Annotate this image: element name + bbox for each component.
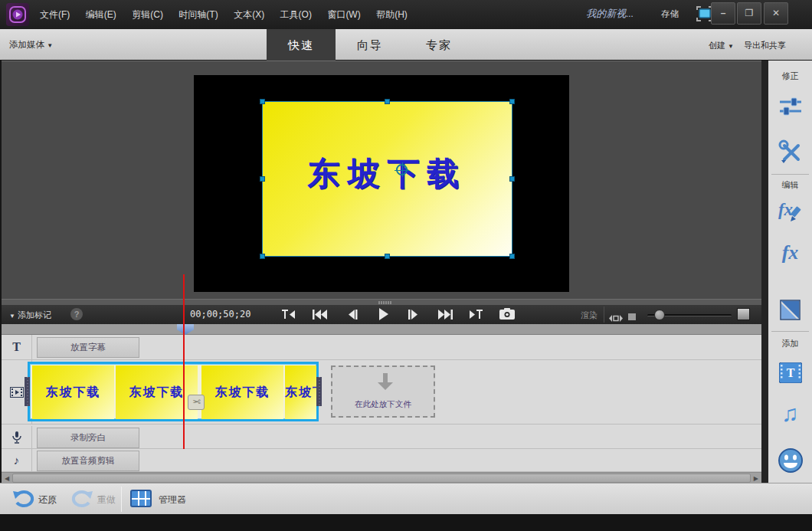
menu-edit[interactable]: 编辑(E) — [80, 0, 123, 29]
clip-thumbnail: 东坡下载 — [116, 365, 198, 419]
add-marker-button[interactable]: ▼ 添加标记 — [9, 310, 51, 321]
organizer-label[interactable]: 管理器 — [159, 493, 186, 506]
graphics-smiley-icon[interactable] — [768, 447, 812, 474]
clip-thumbnail: 东坡下载 — [32, 365, 114, 419]
menu-timeline[interactable]: 时间轴(T) — [172, 0, 224, 29]
menu-text[interactable]: 文本(X) — [228, 0, 270, 29]
close-button[interactable]: ✕ — [764, 2, 788, 25]
split-clip-scissors-icon[interactable]: ✂ — [188, 395, 205, 410]
zoom-fit-icon[interactable] — [609, 311, 623, 325]
add-media-button[interactable]: 添加媒体 ▼ — [9, 39, 53, 51]
maximize-button[interactable]: ❐ — [737, 2, 761, 25]
anchor-crosshair-icon[interactable] — [396, 164, 408, 175]
fx-icon[interactable]: fx — [768, 241, 812, 264]
panel-splitter[interactable] — [2, 299, 761, 305]
resize-handle-nw[interactable] — [260, 99, 265, 104]
adjust-sliders-icon[interactable] — [768, 96, 812, 117]
scroll-right-icon[interactable]: ▶ — [754, 475, 758, 482]
redo-icon[interactable] — [70, 490, 93, 512]
marker-dropdown-icon: ▼ — [9, 313, 15, 320]
footer-bar: 还原 重做 管理器 — [0, 483, 812, 514]
menu-help[interactable]: 帮助(H) — [370, 0, 414, 29]
resize-handle-e[interactable] — [509, 176, 515, 182]
tab-quick[interactable]: 快速 — [267, 29, 336, 61]
place-audio-button[interactable]: 放置音频剪辑 — [37, 451, 139, 471]
play-button[interactable] — [378, 308, 388, 323]
selected-video-clip[interactable]: 东坡下载 东坡下载 东坡下载 东坡下载 ✂ — [28, 362, 319, 421]
resize-handle-sw[interactable] — [260, 254, 265, 259]
chevron-down-icon: ▼ — [47, 42, 53, 49]
panel-divider — [761, 61, 768, 483]
help-icon[interactable]: ? — [70, 308, 83, 320]
undo-label[interactable]: 还原 — [38, 493, 57, 506]
clip-thumbnail: 东坡下载 — [285, 365, 316, 419]
step-forward-button[interactable] — [408, 309, 418, 323]
resize-handle-s[interactable] — [385, 254, 390, 259]
resize-handle-se[interactable] — [509, 254, 515, 259]
zoom-in-icon[interactable] — [737, 308, 750, 320]
title-track-icon: T — [2, 335, 32, 359]
divider — [771, 174, 809, 175]
undo-icon[interactable] — [12, 490, 35, 512]
next-edit-button[interactable] — [469, 309, 483, 323]
transport-bar: ▼ 添加标记 ? 00;00;50;20 — [2, 305, 761, 324]
export-share-button[interactable]: 导出和共享 — [744, 40, 786, 51]
add-media-label: 添加媒体 — [9, 40, 44, 49]
tab-guided[interactable]: 向导 — [336, 29, 404, 61]
track-video: 东坡下载 东坡下载 东坡下载 东坡下载 ✂ 在此处放下文件 — [2, 360, 761, 424]
add-marker-label: 添加标记 — [18, 310, 51, 320]
action-sidebar: 修正 编辑 fx fx 添加 T ♫ — [768, 61, 812, 483]
drop-zone-label: 在此处放下文件 — [332, 399, 434, 410]
section-add-label: 添加 — [768, 338, 812, 349]
section-fix-label: 修正 — [768, 70, 812, 82]
fx-edit-icon[interactable]: fx — [768, 200, 812, 223]
scroll-left-icon[interactable]: ◀ — [5, 475, 9, 482]
transitions-icon[interactable] — [768, 300, 812, 320]
record-narration-button[interactable]: 录制旁白 — [37, 428, 139, 448]
zoom-out-icon[interactable] — [627, 310, 637, 324]
menu-file[interactable]: 文件(F) — [34, 0, 76, 29]
track-title: T 放置字幕 — [2, 335, 761, 360]
menu-window[interactable]: 窗口(W) — [321, 0, 366, 29]
menu-tools[interactable]: 工具(O) — [274, 0, 318, 29]
minimize-button[interactable]: – — [711, 2, 735, 25]
redo-label: 重做 — [97, 493, 116, 506]
fast-forward-button[interactable] — [438, 309, 453, 323]
scrollbar-thumb[interactable] — [12, 474, 751, 483]
title-bar: 文件(F) 编辑(E) 剪辑(C) 时间轴(T) 文本(X) 工具(O) 窗口(… — [0, 0, 812, 29]
menu-clip[interactable]: 剪辑(C) — [126, 0, 169, 29]
time-ruler[interactable] — [2, 324, 761, 335]
playhead-line[interactable] — [183, 274, 185, 449]
tab-expert[interactable]: 专家 — [404, 29, 473, 61]
zoom-slider-thumb[interactable] — [654, 310, 665, 320]
main-area: 东坡下载 ▼ 添加标记 — [2, 61, 761, 483]
resize-handle-n[interactable] — [385, 99, 390, 104]
trim-handle-right[interactable] — [316, 377, 322, 406]
previous-edit-button[interactable] — [282, 309, 296, 323]
drop-files-zone[interactable]: 在此处放下文件 — [331, 365, 435, 418]
create-label: 创建 — [709, 41, 725, 50]
project-name: 我的新视... — [586, 7, 634, 21]
resize-handle-w[interactable] — [260, 176, 265, 182]
tools-icon[interactable] — [768, 139, 812, 164]
organizer-grid-icon[interactable] — [130, 490, 152, 507]
video-frame[interactable]: 东坡下载 — [194, 75, 569, 292]
svg-text:T: T — [786, 366, 794, 379]
render-button[interactable]: 渲染 — [581, 310, 598, 321]
create-button[interactable]: 创建 ▼ — [709, 40, 734, 51]
music-icon[interactable]: ♫ — [768, 402, 812, 425]
menu-bar: 文件(F) 编辑(E) 剪辑(C) 时间轴(T) 文本(X) 工具(O) 窗口(… — [34, 0, 414, 29]
titles-icon[interactable]: T — [768, 362, 812, 383]
resize-handle-ne[interactable] — [509, 99, 515, 104]
snapshot-camera-icon[interactable] — [499, 308, 515, 323]
trim-handle-left[interactable] — [25, 377, 30, 406]
step-back-button[interactable] — [348, 309, 358, 323]
place-titles-button[interactable]: 放置字幕 — [37, 337, 139, 358]
track-audio: ♪ 放置音频剪辑 — [2, 449, 761, 472]
selected-title-object[interactable]: 东坡下载 — [263, 102, 512, 256]
save-button[interactable]: 存储 — [661, 8, 679, 20]
horizontal-scrollbar[interactable]: ◀ ▶ — [2, 472, 761, 483]
rewind-button[interactable] — [313, 309, 327, 323]
timecode-display[interactable]: 00;00;50;20 — [190, 309, 250, 320]
playhead-marker[interactable] — [177, 324, 194, 335]
